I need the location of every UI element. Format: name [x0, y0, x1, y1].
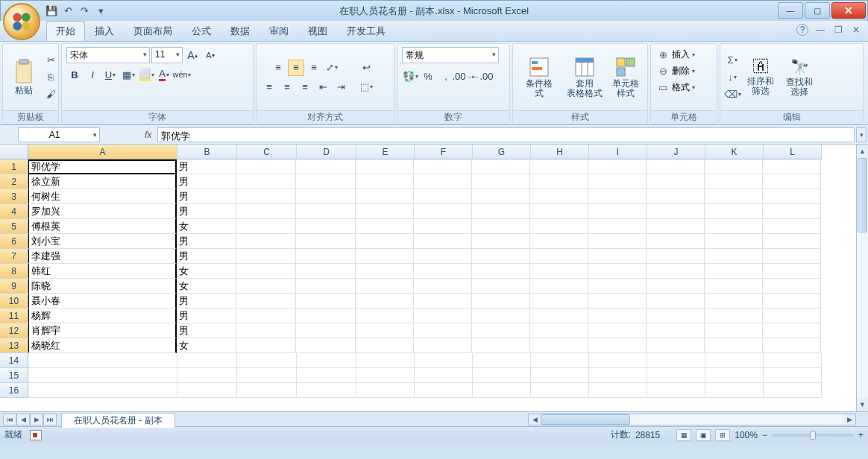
select-all-corner[interactable]	[0, 145, 28, 159]
cell[interactable]	[530, 249, 588, 264]
cell[interactable]	[473, 383, 531, 398]
column-header-I[interactable]: I	[589, 145, 647, 159]
cell[interactable]	[647, 219, 705, 234]
cell[interactable]	[356, 338, 414, 353]
tab-review[interactable]: 审阅	[260, 21, 298, 41]
zoom-in-icon[interactable]: +	[858, 430, 864, 440]
cell[interactable]	[356, 159, 414, 174]
tab-formulas[interactable]: 公式	[182, 21, 221, 41]
cell[interactable]: 刘小宝	[28, 234, 177, 249]
percent-button[interactable]: %	[420, 68, 436, 84]
cell[interactable]: 傅根英	[28, 219, 177, 234]
cell[interactable]	[356, 368, 415, 383]
cell[interactable]	[356, 174, 414, 189]
view-normal-icon[interactable]: ▦	[676, 429, 691, 441]
fx-icon[interactable]: fx	[145, 130, 151, 140]
row-header[interactable]: 6	[0, 234, 28, 249]
cell[interactable]	[414, 204, 472, 219]
find-select-button[interactable]: 🔭查找和 选择	[781, 57, 817, 98]
cell[interactable]: 女	[177, 338, 236, 353]
cell[interactable]	[356, 294, 414, 308]
cell[interactable]	[472, 189, 530, 204]
cell[interactable]	[530, 323, 588, 338]
cell[interactable]	[763, 294, 821, 308]
cell[interactable]: 男	[177, 294, 236, 308]
align-left-button[interactable]: ≡	[261, 79, 277, 95]
cell[interactable]	[763, 279, 821, 294]
font-name-combo[interactable]: 宋体▾	[66, 47, 150, 63]
cell[interactable]	[705, 219, 763, 234]
row-header[interactable]: 7	[0, 249, 28, 264]
cell[interactable]	[28, 368, 177, 383]
cell[interactable]	[236, 249, 296, 264]
row-header[interactable]: 15	[0, 368, 28, 383]
fill-color-button[interactable]: ⬜▾	[138, 66, 154, 83]
cell[interactable]	[647, 249, 705, 264]
cell[interactable]	[414, 323, 472, 338]
cell[interactable]	[414, 219, 472, 234]
maximize-button[interactable]: ▢	[805, 2, 830, 19]
cell[interactable]	[705, 174, 763, 189]
cell[interactable]	[236, 234, 296, 249]
cell[interactable]	[589, 368, 647, 383]
cell[interactable]	[356, 308, 414, 323]
cell[interactable]	[530, 204, 588, 219]
tab-view[interactable]: 视图	[298, 21, 337, 41]
cell[interactable]	[588, 338, 647, 353]
align-bottom-button[interactable]: ≡	[306, 60, 322, 76]
format-as-table-button[interactable]: 套用 表格格式	[563, 55, 606, 100]
cell[interactable]	[530, 189, 588, 204]
cell[interactable]	[415, 383, 473, 398]
cell[interactable]	[236, 323, 296, 338]
number-format-combo[interactable]: 常规▾	[402, 47, 499, 63]
conditional-format-button[interactable]: 条件格式	[518, 55, 560, 100]
cell[interactable]	[414, 234, 472, 249]
cell[interactable]	[28, 353, 177, 368]
cell[interactable]	[763, 323, 821, 338]
cell[interactable]	[588, 174, 647, 189]
column-header-F[interactable]: F	[415, 145, 473, 159]
cell[interactable]	[356, 234, 414, 249]
column-header-E[interactable]: E	[356, 145, 415, 159]
cell[interactable]: 肖辉宇	[28, 323, 177, 338]
row-header[interactable]: 13	[0, 338, 28, 353]
paste-button[interactable]: 粘贴	[7, 57, 40, 97]
cell[interactable]: 女	[177, 279, 236, 294]
cell[interactable]	[705, 353, 764, 368]
vscroll-thumb[interactable]	[858, 158, 867, 232]
cell[interactable]	[764, 383, 822, 398]
column-header-J[interactable]: J	[647, 145, 705, 159]
cell[interactable]	[705, 279, 763, 294]
cell[interactable]	[763, 234, 821, 249]
border-button[interactable]: ▦▾	[120, 66, 136, 83]
cell[interactable]	[236, 204, 296, 219]
cell[interactable]: 杨晓红	[28, 338, 177, 353]
cell[interactable]: 女	[177, 264, 236, 279]
cell[interactable]	[296, 264, 356, 279]
cell[interactable]	[530, 264, 588, 279]
cell[interactable]	[236, 308, 296, 323]
cell[interactable]	[589, 383, 647, 398]
cell[interactable]: 徐立新	[28, 174, 177, 189]
cell[interactable]	[530, 159, 588, 174]
row-header[interactable]: 3	[0, 189, 28, 204]
cell[interactable]	[647, 294, 705, 308]
cell[interactable]	[647, 204, 705, 219]
cell[interactable]	[647, 338, 705, 353]
row-header[interactable]: 5	[0, 219, 28, 234]
column-header-D[interactable]: D	[297, 145, 356, 159]
sheet-nav-prev-icon[interactable]: ◀	[16, 414, 30, 425]
horizontal-scrollbar[interactable]: ◀ ▶	[528, 414, 856, 425]
align-center-button[interactable]: ≡	[279, 79, 295, 95]
cell[interactable]	[705, 249, 763, 264]
cell[interactable]: 男	[177, 234, 236, 249]
column-header-A[interactable]: A	[28, 145, 177, 159]
cell[interactable]	[588, 264, 647, 279]
tab-home[interactable]: 开始	[46, 21, 85, 41]
macro-record-icon[interactable]	[30, 430, 42, 440]
cell[interactable]	[530, 308, 588, 323]
sheet-nav-first-icon[interactable]: ⏮	[3, 414, 16, 425]
wrap-text-button[interactable]: ↩	[355, 60, 377, 76]
cell[interactable]	[589, 353, 647, 368]
cell[interactable]	[296, 234, 356, 249]
